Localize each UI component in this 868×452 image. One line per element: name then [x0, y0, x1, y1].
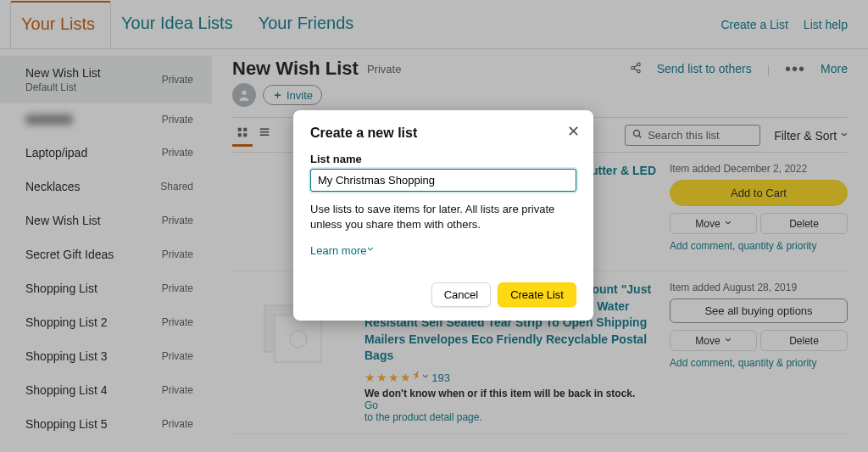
toolbar-right: Search this list Filter & Sort	[625, 125, 848, 146]
filter-sort-button[interactable]: Filter & Sort	[774, 128, 848, 142]
stock-status: We don't know when or if this item will …	[364, 388, 656, 423]
modal-title: Create a new list	[310, 126, 576, 141]
invite-button[interactable]: ＋ Invite	[263, 85, 322, 105]
sidebar-item-status: Private	[162, 316, 193, 328]
sidebar-item[interactable]: Shopping List 3 Private	[0, 339, 212, 373]
sidebar-item-name: Necklaces	[25, 180, 81, 193]
sidebar-item-name: Secret Gift Ideas	[25, 248, 114, 261]
content-header: New Wish List Private Send list to other…	[232, 58, 848, 80]
sidebar-item[interactable]: Shopping List 2 Private	[0, 305, 212, 339]
sidebar-item-name: Shopping List 3	[25, 349, 108, 363]
sidebar-item[interactable]: Shopping List Private	[0, 271, 212, 305]
sidebar-item-status: Shared	[160, 181, 193, 193]
tab-idea-lists[interactable]: Your Idea Lists	[111, 2, 248, 47]
item-added-date: Item added August 28, 2019	[670, 282, 848, 293]
search-placeholder: Search this list	[648, 129, 720, 142]
product-actions: Item added December 2, 2022 Add to Cart …	[670, 163, 848, 260]
sidebar-item[interactable]: Shopping List 5 Private	[0, 407, 212, 441]
sidebar-item-status: Private	[162, 215, 193, 226]
sidebar-item[interactable]: Laptop/ipad Private	[0, 136, 212, 170]
sidebar-item-selected[interactable]: New Wish List Default List Private	[0, 56, 212, 103]
chevron-down-icon	[840, 129, 848, 142]
item-added-date: Item added December 2, 2022	[670, 163, 848, 175]
view-toggle	[232, 123, 275, 147]
tab-your-lists[interactable]: Your Lists	[10, 1, 111, 48]
list-name-label: List name	[310, 153, 576, 165]
share-icon	[630, 62, 642, 76]
lists-sidebar: New Wish List Default List Private Priva…	[0, 49, 212, 452]
sidebar-item[interactable]: Necklaces Shared	[0, 170, 212, 204]
sidebar-item-name	[25, 114, 73, 125]
send-list-link[interactable]: Send list to others	[657, 62, 752, 75]
svg-point-2	[637, 70, 640, 73]
delete-button[interactable]: Delete	[760, 213, 848, 234]
sidebar-item-name: Shopping List 4	[25, 383, 108, 397]
review-count[interactable]: 193	[431, 371, 450, 384]
svg-rect-10	[260, 128, 270, 130]
grid-view-button[interactable]	[232, 123, 253, 147]
sidebar-item-name: Shopping List	[25, 282, 97, 295]
sidebar-item[interactable]: Secret Gift Ideas Private	[0, 237, 212, 271]
add-to-cart-button[interactable]: Add to Cart	[670, 180, 848, 206]
sidebar-item-status: Private	[162, 282, 193, 294]
invite-row: ＋ Invite	[232, 83, 848, 107]
sidebar-item-sub: Default List	[25, 81, 101, 93]
move-button[interactable]: Move	[670, 330, 757, 351]
tab-right-actions: Create a List List help	[721, 18, 848, 31]
sidebar-item[interactable]: Private	[0, 103, 212, 136]
invite-label: Invite	[287, 89, 313, 102]
sidebar-item-status: Private	[162, 74, 193, 86]
svg-rect-16	[275, 315, 321, 362]
svg-rect-8	[238, 133, 242, 137]
add-comment-link[interactable]: Add comment, quantity & priority	[670, 240, 816, 252]
svg-line-4	[634, 64, 637, 66]
chevron-down-icon	[724, 333, 732, 348]
more-link[interactable]: More	[821, 62, 848, 75]
create-list-link[interactable]: Create a List	[721, 18, 787, 31]
sidebar-item-name: Laptop/ipad	[25, 146, 87, 159]
tab-friends[interactable]: Your Friends	[248, 2, 370, 47]
add-comment-link[interactable]: Add comment, quantity & priority	[670, 357, 816, 369]
list-tabs: Your Lists Your Idea Lists Your Friends …	[0, 0, 868, 49]
learn-more-link[interactable]: Learn more	[310, 243, 374, 257]
sidebar-item-name: Shopping List 2	[25, 315, 108, 329]
svg-rect-9	[243, 133, 247, 137]
sidebar-item-status: Private	[162, 350, 193, 362]
close-icon[interactable]: ✕	[567, 122, 580, 141]
sidebar-item-status: Private	[162, 384, 193, 396]
move-button[interactable]: Move	[670, 213, 757, 234]
sidebar-item-name: New Wish List	[25, 214, 101, 227]
svg-rect-11	[260, 131, 270, 133]
list-name-input[interactable]	[310, 169, 576, 192]
rating-stars[interactable]: ★★★★★	[364, 371, 418, 384]
delete-button[interactable]: Delete	[760, 330, 848, 351]
product-detail-link[interactable]: Go	[364, 399, 378, 411]
move-delete-row: Move Delete	[670, 213, 848, 234]
chevron-down-icon	[724, 216, 732, 231]
svg-rect-7	[243, 128, 247, 131]
sidebar-item-status: Private	[162, 418, 193, 430]
list-help-link[interactable]: List help	[804, 18, 848, 31]
svg-point-13	[634, 130, 640, 136]
svg-rect-6	[238, 128, 242, 131]
svg-point-0	[637, 63, 640, 66]
plus-icon: ＋	[272, 87, 283, 103]
svg-point-5	[242, 91, 246, 95]
svg-line-3	[634, 68, 637, 70]
cancel-button[interactable]: Cancel	[431, 282, 491, 307]
list-view-button[interactable]	[254, 123, 275, 147]
sidebar-item-name: Shopping List 5	[25, 417, 108, 431]
chevron-down-icon[interactable]	[421, 371, 429, 384]
search-input[interactable]: Search this list	[625, 125, 760, 146]
sidebar-item[interactable]: Shopping List 4 Private	[0, 373, 212, 407]
sidebar-item[interactable]: New Wish List Private	[0, 204, 212, 237]
product-actions: Item added August 28, 2019 See all buyin…	[670, 282, 848, 423]
sidebar-item-status: Private	[162, 147, 193, 159]
create-list-modal: ✕ Create a new list List name Use lists …	[293, 110, 593, 321]
sidebar-item-name: New Wish List	[25, 66, 101, 80]
more-menu-icon[interactable]: •••	[785, 59, 805, 79]
list-privacy: Private	[367, 63, 401, 75]
buying-options-button[interactable]: See all buying options	[670, 299, 848, 323]
create-list-button[interactable]: Create List	[498, 282, 576, 307]
search-icon	[632, 129, 643, 142]
